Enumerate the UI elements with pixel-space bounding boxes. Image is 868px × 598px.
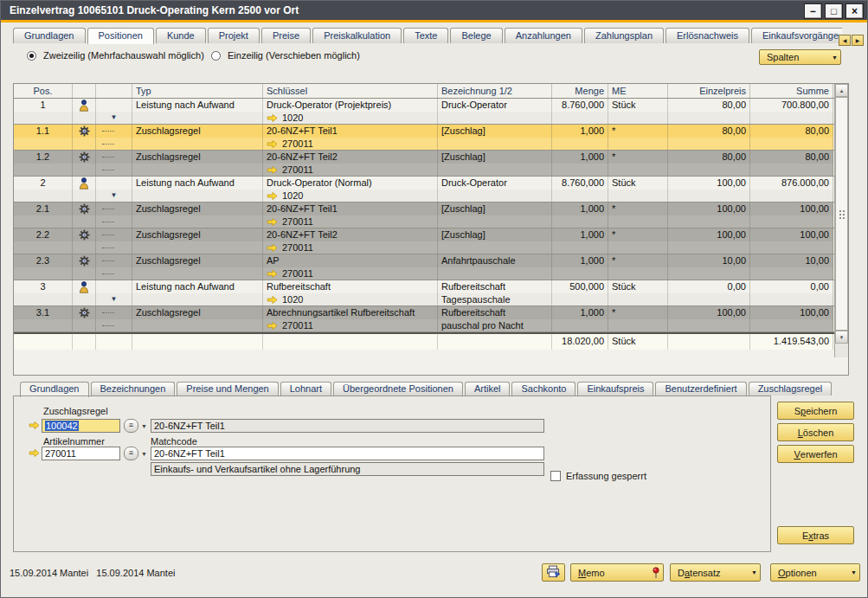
radio-einzeilig-icon[interactable] [211, 51, 221, 61]
maximize-icon[interactable]: □ [825, 3, 843, 19]
table-row-2.3[interactable]: 2.3ZuschlagsregelAPAnfahrtpauschale1,000… [14, 254, 834, 280]
choose-list-icon[interactable]: ≡ [124, 419, 138, 433]
tab-positionen[interactable]: Positionen [87, 28, 154, 44]
link-arrow-icon[interactable] [267, 217, 278, 227]
radio-zweizeilig-icon[interactable] [27, 51, 36, 61]
cell-5: Rufbereitschaft [438, 280, 552, 293]
link-arrow-icon[interactable] [267, 295, 278, 305]
col-header-icon[interactable] [73, 84, 96, 98]
link-arrow-icon[interactable] [267, 113, 278, 123]
top-tabstrip: GrundlagenPositionenKundeProjektPreisePr… [13, 28, 842, 44]
link-arrow-icon[interactable] [29, 448, 40, 458]
tab-kunde[interactable]: Kunde [156, 28, 206, 43]
tab-projekt[interactable]: Projekt [208, 28, 260, 43]
table-row-2.1[interactable]: 2.1Zuschlagsregel20-6NZ+FT Teil1[Zuschla… [14, 203, 834, 228]
detail-tab-übergeordnete-positionen[interactable]: Übergeordnete Positionen [333, 382, 463, 395]
tab-preise[interactable]: Preise [261, 28, 311, 43]
tab-zahlungsplan[interactable]: Zahlungsplan [584, 28, 664, 43]
erfassung-gesperrt-checkbox[interactable] [550, 471, 561, 481]
col-header-me[interactable]: ME [608, 84, 668, 98]
matchcode-input[interactable]: 20-6NZ+FT Teil1 [151, 447, 544, 460]
scroll-up-icon[interactable]: ▲ [835, 84, 848, 97]
detail-tab-bezeichnungen[interactable]: Bezeichnungen [91, 382, 176, 395]
tab-anzahlungen[interactable]: Anzahlungen [505, 28, 582, 43]
cell-7: Stück [608, 280, 668, 293]
memo-button[interactable]: Memo [570, 563, 664, 582]
col-header-pos-[interactable]: Pos. [14, 84, 73, 98]
tab-scroll-right-icon[interactable]: ▶ [852, 35, 864, 46]
zuschlagsregel-input[interactable]: 100042 [42, 419, 120, 433]
tree-connector [96, 125, 132, 138]
verwerfen-button[interactable]: Verwerfen [777, 445, 854, 463]
cell-6: 1,000 [552, 228, 608, 241]
detail-tab-artikel[interactable]: Artikel [465, 382, 511, 395]
detail-tab-preise-und-mengen[interactable]: Preise und Mengen [177, 382, 278, 395]
chevron-down-icon[interactable]: ▼ [141, 423, 147, 429]
optionen-button[interactable]: Optionen▼ [770, 563, 860, 582]
tab-texte[interactable]: Texte [403, 28, 448, 43]
cell-8: 80,00 [668, 151, 750, 164]
gear-icon [73, 228, 96, 241]
loeschen-button[interactable]: Löschen [777, 423, 854, 441]
tree-connector [96, 306, 132, 319]
artikelnummer-input[interactable]: 270011 [42, 447, 120, 460]
tab-erlösnachweis[interactable]: Erlösnachweis [665, 28, 749, 43]
tab-belege[interactable]: Belege [450, 28, 502, 43]
chevron-down-icon[interactable]: ▼ [141, 451, 147, 457]
sub-key: 270011 [282, 319, 313, 332]
col-header-summe[interactable]: Summe [750, 84, 833, 98]
link-arrow-icon[interactable] [267, 321, 278, 331]
window-titlebar[interactable]: Einzelvertrag 10065101 Druck-Operating K… [1, 1, 867, 20]
extras-button[interactable]: Extras [777, 526, 854, 544]
expand-icon[interactable]: ▼ [100, 293, 128, 305]
choose-list-icon[interactable]: ≡ [124, 447, 138, 460]
cell-4: Rufbereitschaft [263, 280, 438, 293]
expand-icon[interactable]: ▼ [100, 190, 128, 202]
link-arrow-icon[interactable] [267, 269, 278, 279]
col-header-einzelpreis[interactable]: Einzelpreis [668, 84, 750, 98]
cell-0: 2.2 [14, 228, 73, 241]
tab-preiskalkulation[interactable]: Preiskalkulation [312, 28, 402, 43]
tab-scroll-left-icon[interactable]: ◀ [839, 35, 851, 46]
scroll-down-icon[interactable]: ▼ [835, 331, 848, 344]
table-header: Pos.TypSchlüsselBezeichnung 1/2MengeMEEi… [14, 84, 834, 99]
report-button[interactable] [542, 563, 565, 582]
table-row-3[interactable]: 3Leistung nach AufwandRufbereitschaftRuf… [14, 280, 834, 306]
col-header-schlüssel[interactable]: Schlüssel [263, 84, 438, 98]
col-header-typ[interactable]: Typ [132, 84, 263, 98]
vertical-scrollbar[interactable]: ▲ ▼ [834, 84, 848, 357]
minimize-icon[interactable]: ▁ [804, 3, 822, 19]
link-arrow-icon[interactable] [267, 243, 278, 253]
col-header-menge[interactable]: Menge [552, 84, 608, 98]
expand-icon[interactable]: ▼ [100, 112, 128, 124]
detail-tab-einkaufspreis[interactable]: Einkaufspreis [577, 382, 653, 395]
scrollbar-thumb[interactable] [835, 97, 848, 331]
detail-tab-zuschlagsregel[interactable]: Zuschlagsregel [749, 382, 833, 395]
link-arrow-icon[interactable] [267, 139, 278, 149]
table-row-3.1[interactable]: 3.1ZuschlagsregelAbrechnungsartikel Rufb… [14, 306, 834, 332]
col-header-icon[interactable] [96, 84, 132, 98]
table-row-2[interactable]: 2Leistung nach AufwandDruck-Operator (No… [14, 177, 834, 203]
detail-tab-sachkonto[interactable]: Sachkonto [511, 382, 575, 395]
accent-bar [1, 20, 867, 23]
link-arrow-icon[interactable] [267, 165, 278, 175]
table-row-1.2[interactable]: 1.2Zuschlagsregel20-6NZ+FT Teil2[Zuschla… [14, 151, 834, 177]
tab-einkaufsvorgänge[interactable]: Einkaufsvorgänge [751, 28, 842, 43]
col-header-bezeichnung-1-2[interactable]: Bezeichnung 1/2 [438, 84, 552, 98]
datensatz-button[interactable]: Datensatz▼ [670, 563, 761, 582]
close-icon[interactable]: × [845, 3, 864, 19]
total-me: Stück [608, 334, 668, 350]
link-arrow-icon[interactable] [267, 191, 278, 201]
link-arrow-icon[interactable] [29, 421, 40, 430]
detail-tab-lohnart[interactable]: Lohnart [280, 382, 331, 395]
radio-zweizeilig[interactable]: Zweizeilig (Mehrfachauswahl möglich) [27, 50, 204, 61]
table-row-2.2[interactable]: 2.2Zuschlagsregel20-6NZ+FT Teil2[Zuschla… [14, 228, 834, 254]
table-row-1.1[interactable]: 1.1Zuschlagsregel20-6NZ+FT Teil1[Zuschla… [14, 125, 834, 151]
speichern-button[interactable]: Speichern [777, 402, 854, 420]
tab-grundlagen[interactable]: Grundlagen [13, 28, 86, 43]
radio-einzeilig[interactable]: Einzeilig (Verschieben möglich) [211, 50, 360, 61]
table-row-1[interactable]: 1Leistung nach AufwandDruck-Operator (Pr… [14, 99, 834, 125]
spalten-dropdown[interactable]: Spalten ▼ [759, 49, 841, 65]
cell-3: Zuschlagsregel [132, 125, 263, 138]
detail-tab-benutzerdefiniert[interactable]: Benutzerdefiniert [655, 382, 746, 395]
